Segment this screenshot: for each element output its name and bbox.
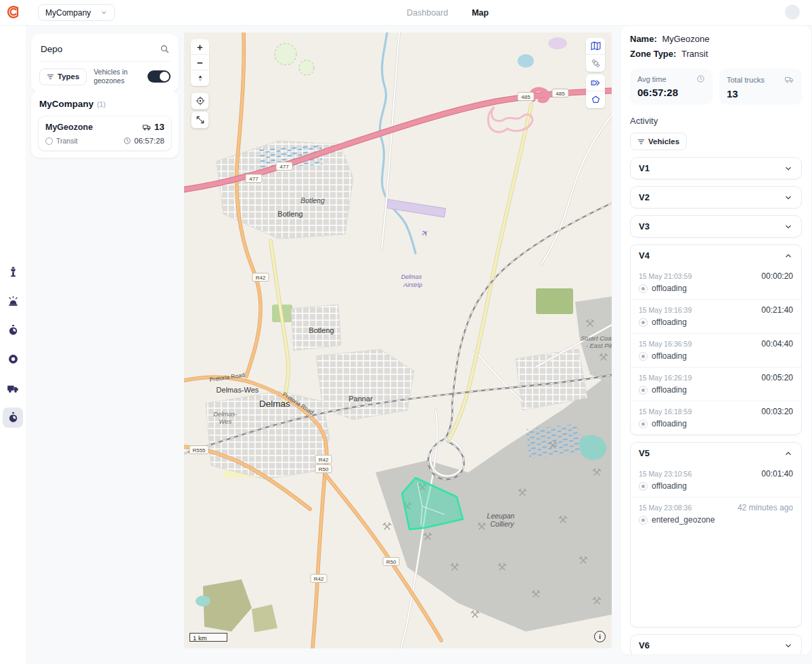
- svg-text:Stuart Coal: Stuart Coal: [581, 334, 612, 342]
- user-avatar[interactable]: [785, 5, 800, 20]
- app-logo-icon: [6, 4, 20, 24]
- labels-toggle-button[interactable]: [586, 74, 605, 91]
- chevron-icon: [784, 449, 793, 458]
- tire-icon[interactable]: [3, 349, 23, 370]
- map-tools: [586, 74, 605, 108]
- event-status: offloading: [652, 481, 687, 491]
- vehicle-accordion-header[interactable]: V5: [631, 443, 801, 464]
- main-nav: Dashboard Map: [407, 0, 489, 25]
- svg-text:- East Pit: - East Pit: [586, 342, 612, 349]
- search-input[interactable]: [39, 43, 143, 55]
- attribution-button[interactable]: i: [594, 631, 606, 642]
- types-filter-button[interactable]: Types: [39, 68, 87, 85]
- svg-text:R42: R42: [256, 275, 266, 281]
- vehicle-accordion-header[interactable]: V1: [631, 158, 801, 179]
- svg-text:485: 485: [556, 91, 565, 97]
- control-tower-icon[interactable]: [3, 262, 23, 282]
- total-trucks-value: 13: [727, 88, 794, 99]
- event-timestamp: 15 May 19:16:39: [639, 306, 692, 314]
- svg-text:Botleng: Botleng: [277, 210, 302, 218]
- geozone-truck-count: 13: [154, 122, 164, 132]
- tags-icon: [590, 77, 602, 89]
- zoom-out-button[interactable]: −: [191, 55, 209, 70]
- stats-row: Avg time 06:57:28 Total trucks 13: [630, 68, 802, 105]
- name-label: Name:: [630, 34, 657, 44]
- polygon-tool-button[interactable]: [586, 91, 605, 108]
- status-dot-icon: [639, 482, 648, 491]
- avg-time-label: Avg time: [637, 75, 667, 83]
- vehicle-label: V5: [639, 448, 650, 458]
- activity-event: 15 May 16:26:19 00:05:20 offloading: [631, 367, 801, 401]
- tilt-button[interactable]: [191, 70, 209, 86]
- event-status: offloading: [652, 385, 687, 395]
- timer-icon[interactable]: [3, 407, 23, 428]
- vehicle-accordion-header[interactable]: V4: [631, 245, 801, 266]
- chevron-icon: [784, 251, 793, 261]
- vehicles-filter-button[interactable]: Vehicles: [630, 133, 687, 150]
- icon-rail: [0, 25, 26, 664]
- zone-type-label: Zone Type:: [630, 49, 676, 59]
- vehicle-accordion-header[interactable]: V6: [631, 635, 801, 655]
- status-dot-icon: [639, 284, 648, 293]
- svg-text:Delmas-: Delmas-: [213, 410, 237, 418]
- map-canvas[interactable]: ✈: [184, 32, 612, 648]
- vehicle-accordion-header[interactable]: V2: [631, 187, 801, 208]
- siren-icon[interactable]: [3, 291, 23, 311]
- svg-text:Botleng: Botleng: [300, 196, 325, 204]
- geozone-name: MyGeozone: [45, 123, 93, 132]
- activity-event: 15 May 23:08:36 42 minutes ago entered_g…: [631, 497, 801, 531]
- truck-icon[interactable]: [3, 378, 23, 399]
- status-dot-icon: [639, 516, 648, 525]
- locate-button[interactable]: [191, 92, 209, 110]
- map-scale-bar: 1 km: [189, 633, 227, 642]
- svg-text:Wes: Wes: [219, 418, 232, 425]
- company-selector-label: MyCompany: [45, 8, 91, 18]
- event-duration: 42 minutes ago: [738, 503, 793, 512]
- avg-time-stat: Avg time 06:57:28: [630, 68, 713, 105]
- svg-text:Pannar: Pannar: [348, 395, 373, 403]
- search-card: Types Vehicles in geozones: [31, 34, 179, 92]
- svg-text:Leeupan: Leeupan: [487, 512, 515, 520]
- filter-icon: [637, 138, 645, 146]
- svg-text:R555: R555: [192, 447, 206, 453]
- event-duration: 00:00:20: [761, 271, 793, 281]
- geozones-panel: Types Vehicles in geozones MyCompany (1)…: [26, 25, 184, 664]
- svg-text:R50: R50: [319, 466, 329, 472]
- vehicle-accordion-header[interactable]: V3: [631, 216, 801, 237]
- event-timestamp: 15 May 16:36:59: [639, 340, 692, 348]
- event-status: offloading: [652, 317, 687, 327]
- activity-event: 15 May 16:18:59 00:03:20 offloading: [631, 401, 801, 435]
- event-timestamp: 15 May 23:08:36: [639, 504, 692, 512]
- avg-time-value: 06:57:28: [637, 87, 705, 98]
- vehicle-accordion: V1: [630, 157, 802, 179]
- vehicles-in-geozones-toggle[interactable]: [148, 70, 171, 83]
- truck-icon: [784, 74, 794, 85]
- group-name: MyCompany: [39, 99, 93, 109]
- vehicle-accordion: V6: [630, 634, 802, 655]
- svg-text:R50: R50: [386, 559, 397, 565]
- activity-event: 15 May 16:36:59 00:04:40 offloading: [631, 333, 801, 367]
- zoom-in-button[interactable]: +: [191, 39, 209, 55]
- activity-title: Activity: [630, 116, 802, 126]
- svg-text:477: 477: [249, 176, 258, 182]
- fullscreen-button[interactable]: [191, 111, 209, 129]
- stopwatch-icon[interactable]: [3, 320, 23, 340]
- nav-map[interactable]: Map: [472, 8, 489, 18]
- clock-icon: [123, 137, 131, 145]
- group-count: (1): [97, 100, 106, 108]
- map-style-button[interactable]: [586, 38, 605, 55]
- status-dot-icon: [639, 318, 648, 327]
- event-timestamp: 15 May 21:03:59: [639, 272, 692, 280]
- zone-type-icon: [45, 137, 53, 145]
- company-group-card: MyCompany (1) MyGeozone 13: [31, 91, 179, 158]
- event-duration: 00:03:20: [761, 407, 793, 416]
- locate-icon: [195, 95, 206, 106]
- svg-text:Delmas: Delmas: [401, 273, 422, 280]
- nav-dashboard[interactable]: Dashboard: [407, 8, 448, 18]
- geozone-list-item[interactable]: MyGeozone 13 Transit: [38, 116, 172, 151]
- satellite-style-button[interactable]: [586, 55, 605, 72]
- svg-text:R42: R42: [314, 576, 324, 582]
- chevron-icon: [784, 164, 793, 173]
- company-selector[interactable]: MyCompany: [38, 4, 115, 21]
- vehicles-in-geozones-label: Vehicles in geozones: [93, 68, 135, 85]
